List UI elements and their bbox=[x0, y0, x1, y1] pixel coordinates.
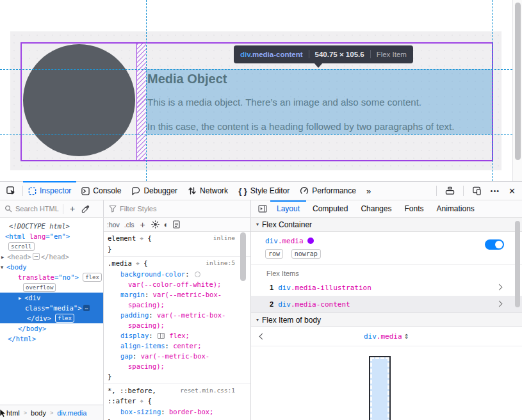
tab-changes[interactable]: Changes bbox=[354, 200, 398, 217]
tab-layout[interactable]: Layout bbox=[270, 200, 306, 217]
page-scrollbar[interactable] bbox=[512, 0, 522, 181]
filter-styles-input[interactable] bbox=[120, 205, 177, 213]
add-rule-button[interactable]: + bbox=[139, 220, 147, 230]
rule-media[interactable]: .media ⌖ {inline:5 background-color: var… bbox=[104, 257, 250, 384]
div-close[interactable]: </div> flex bbox=[0, 313, 103, 323]
tab-style-editor[interactable]: { } Style Editor bbox=[233, 182, 295, 200]
markup-panel: <!DOCTYPE html> <html lang="en"> scroll … bbox=[0, 218, 104, 420]
tab-inspector[interactable]: Inspector bbox=[23, 182, 76, 200]
rule-reset[interactable]: *, ::before,reset.min.css:1 ::after ⌖ { … bbox=[104, 384, 250, 420]
light-theme-icon[interactable] bbox=[151, 220, 159, 229]
breadcrumb-body[interactable]: body bbox=[31, 409, 46, 417]
sort-icon[interactable]: ⇕ bbox=[404, 333, 409, 340]
pseudo-class-toggle[interactable]: :hov bbox=[107, 221, 120, 229]
decl-background-color[interactable]: background-color: bbox=[104, 269, 250, 279]
guide-line-horizontal-bottom bbox=[0, 134, 522, 135]
tab-network[interactable]: Network bbox=[183, 182, 233, 200]
chevron-double-right-icon: » bbox=[366, 186, 371, 196]
rule-selector-line2[interactable]: ::after ⌖ { bbox=[104, 396, 250, 407]
div-class-attr[interactable]: class="media">… bbox=[0, 303, 103, 313]
scroll-badge[interactable]: scroll bbox=[0, 241, 103, 252]
selector-tag[interactable]: div bbox=[364, 332, 377, 341]
body-close[interactable]: </body> bbox=[0, 323, 103, 334]
more-tabs-button[interactable]: » bbox=[361, 182, 376, 200]
decl-padding-value[interactable]: spacing); bbox=[104, 320, 250, 330]
html-close[interactable]: </html> bbox=[0, 334, 103, 344]
rule-selector[interactable]: element ⌖ {inline bbox=[104, 233, 250, 244]
flex-item-row-1[interactable]: 1 div.media-illustration bbox=[251, 279, 522, 296]
flex-item-of-body-header[interactable]: ▾ Flex Item of body bbox=[251, 313, 522, 327]
body-node[interactable]: ▼<body bbox=[0, 262, 103, 272]
devtools-toolbar: Inspector Console Debugger Network { } S… bbox=[0, 181, 522, 200]
eyedropper-icon[interactable] bbox=[79, 205, 92, 213]
devtools-window: Media Object This is a media object. The… bbox=[0, 0, 522, 420]
search-icon bbox=[4, 205, 12, 213]
tab-console[interactable]: Console bbox=[76, 182, 126, 200]
devtools-menu-button[interactable]: ••• bbox=[486, 187, 505, 195]
breadcrumb-separator: > bbox=[24, 410, 27, 416]
dark-theme-icon[interactable]: ◐ bbox=[164, 220, 168, 229]
decl-gap-value[interactable]: spacing); bbox=[104, 361, 250, 371]
chevron-left-icon[interactable] bbox=[259, 334, 266, 340]
overlay-color-swatch[interactable] bbox=[307, 238, 314, 244]
responsive-design-mode-button[interactable] bbox=[468, 186, 486, 195]
source-link[interactable]: inline:5 bbox=[206, 258, 235, 268]
decl-margin[interactable]: margin: var(--metric-box- bbox=[104, 289, 250, 300]
source-link[interactable]: reset.min.css:1 bbox=[180, 385, 235, 396]
tab-label: Performance bbox=[312, 186, 356, 195]
decl-gap[interactable]: gap: var(--metric-box- bbox=[104, 351, 250, 361]
flex-item-basis-rect bbox=[370, 357, 389, 420]
toggle-sidebar-icon[interactable] bbox=[255, 205, 270, 213]
div-open[interactable]: ▶<div bbox=[0, 293, 103, 303]
tab-fonts[interactable]: Fonts bbox=[398, 200, 430, 217]
head-node[interactable]: ▶<head>⋯</head> bbox=[0, 252, 103, 262]
rule-close-brace: } bbox=[104, 417, 250, 420]
body-attrs[interactable]: translate="no"> flex bbox=[0, 272, 103, 282]
class-toggle[interactable]: .cls bbox=[124, 221, 135, 229]
decl-padding[interactable]: padding: var(--metric-box- bbox=[104, 310, 250, 320]
styles-filter-bar bbox=[104, 200, 251, 217]
search-html-input[interactable] bbox=[15, 205, 60, 213]
add-node-button[interactable]: + bbox=[66, 204, 79, 214]
close-devtools-button[interactable]: ✕ bbox=[504, 186, 522, 196]
tab-animations[interactable]: Animations bbox=[430, 200, 480, 217]
filter-funnel-icon bbox=[109, 205, 117, 213]
rule-element[interactable]: element ⌖ {inline } bbox=[104, 232, 250, 257]
screenshot-button[interactable] bbox=[441, 186, 459, 195]
tab-label: Animations bbox=[436, 204, 474, 213]
decl-box-sizing[interactable]: box-sizing: border-box; bbox=[104, 407, 250, 417]
flex-overlay-toggle[interactable] bbox=[485, 239, 504, 250]
selected-node-div-media[interactable]: ▶<div class="media">… </div> flex bbox=[0, 293, 103, 323]
print-media-icon[interactable] bbox=[173, 220, 180, 229]
flex-item-sizing-diagram bbox=[251, 346, 522, 420]
flex-item-row-2[interactable]: 2 div.media-content bbox=[251, 296, 522, 312]
doctype-node[interactable]: <!DOCTYPE html> bbox=[0, 221, 103, 231]
section-title: Flex Container bbox=[262, 220, 312, 229]
rules-scrollbar-thumb[interactable] bbox=[240, 232, 246, 281]
screenshot-icon bbox=[445, 186, 455, 195]
html-node[interactable]: <html lang="en"> bbox=[0, 231, 103, 241]
element-tag[interactable]: div bbox=[265, 237, 278, 245]
decl-background-color-value[interactable]: var(--color-off-white); bbox=[104, 279, 250, 289]
source-link[interactable]: inline bbox=[213, 233, 235, 243]
pick-element-button[interactable] bbox=[0, 186, 23, 196]
decl-display-flex[interactable]: display: flex; bbox=[104, 330, 250, 341]
tab-label: Network bbox=[200, 186, 228, 195]
overflow-badge[interactable]: overflow bbox=[0, 282, 103, 293]
selector-class[interactable]: .media bbox=[377, 332, 402, 341]
breadcrumb-html[interactable]: html bbox=[6, 409, 20, 417]
rule-selector[interactable]: .media ⌖ {inline:5 bbox=[104, 258, 250, 269]
pick-element-icon bbox=[6, 186, 16, 196]
rule-selector[interactable]: *, ::before,reset.min.css:1 bbox=[104, 385, 250, 396]
breadcrumb-div-media[interactable]: div.media bbox=[57, 409, 86, 417]
tab-performance[interactable]: Performance bbox=[295, 182, 361, 200]
page-scrollbar-thumb[interactable] bbox=[515, 3, 521, 160]
layout-scrollbar-thumb[interactable] bbox=[515, 221, 520, 307]
decl-margin-value[interactable]: spacing); bbox=[104, 300, 250, 310]
decl-align-items[interactable]: align-items: center; bbox=[104, 341, 250, 351]
tab-computed[interactable]: Computed bbox=[306, 200, 354, 217]
divider bbox=[63, 204, 63, 214]
tab-debugger[interactable]: Debugger bbox=[126, 182, 183, 200]
element-class[interactable]: .media bbox=[278, 237, 304, 245]
flex-container-header[interactable]: ▾ Flex Container bbox=[251, 218, 522, 232]
